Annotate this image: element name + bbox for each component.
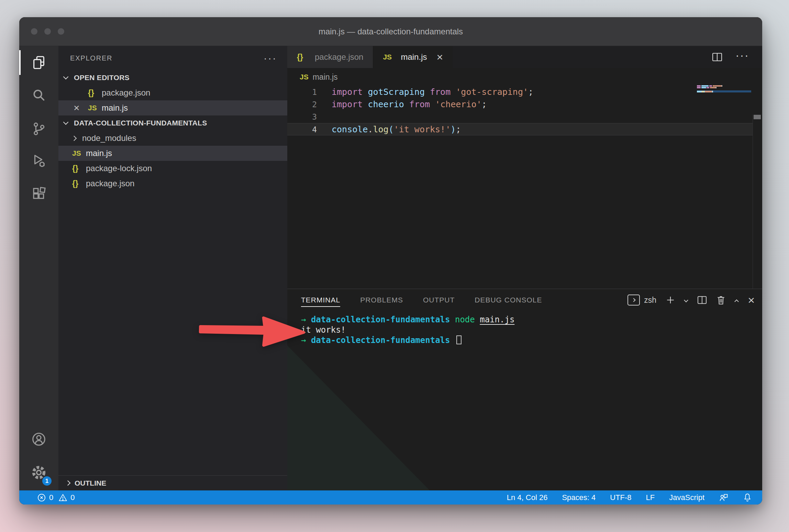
notifications-bell-icon[interactable] bbox=[743, 493, 752, 502]
panel-tab-debug-console[interactable]: DEBUG CONSOLE bbox=[475, 289, 542, 311]
zoom-window-button[interactable] bbox=[58, 28, 64, 35]
close-window-button[interactable] bbox=[31, 28, 37, 35]
problems-status[interactable]: 0 0 bbox=[37, 493, 75, 502]
tree-item-node_modules[interactable]: node_modules bbox=[58, 131, 287, 146]
run-and-debug-icon[interactable] bbox=[19, 148, 58, 173]
file-label: package.json bbox=[86, 179, 134, 188]
desktop-background: main.js — data-collection-fundamentals bbox=[0, 0, 789, 532]
terminal-dropdown-icon[interactable] bbox=[684, 298, 688, 302]
folder-section-header[interactable]: DATA-COLLECTION-FUNDAMENTALS bbox=[58, 115, 287, 131]
feedback-icon[interactable] bbox=[719, 493, 729, 502]
source-control-icon[interactable] bbox=[19, 117, 58, 141]
code-editor[interactable]: 1import gotScraping from 'got-scraping';… bbox=[287, 86, 753, 289]
panel-tab-output[interactable]: OUTPUT bbox=[423, 289, 455, 311]
file-tree: node_modulesJSmain.js{}package-lock.json… bbox=[58, 131, 287, 191]
warnings-icon bbox=[58, 493, 67, 502]
terminal-line: → data-collection-fundamentals bbox=[301, 335, 755, 345]
code-line-3[interactable]: 3 bbox=[287, 111, 753, 123]
split-editor-icon[interactable] bbox=[712, 53, 722, 62]
explorer-sidebar: EXPLORER ··· OPEN EDITORS {}package.json… bbox=[58, 46, 287, 490]
code-text: import cheerio from 'cheerio'; bbox=[317, 98, 487, 111]
traffic-lights bbox=[31, 17, 64, 46]
account-icon[interactable] bbox=[19, 427, 58, 452]
close-icon[interactable]: × bbox=[74, 102, 88, 114]
maximize-panel-icon[interactable] bbox=[734, 299, 739, 304]
json-file-icon: {} bbox=[88, 88, 102, 98]
panel-header: TERMINALPROBLEMSOUTPUTDEBUG CONSOLE zsh bbox=[287, 289, 762, 311]
status-item-spaces-4[interactable]: Spaces: 4 bbox=[562, 493, 596, 502]
workbench: 1 EXPLORER ··· OPEN EDITORS {}package.js… bbox=[19, 46, 762, 490]
minimize-window-button[interactable] bbox=[44, 28, 51, 35]
tree-item-package.json[interactable]: {}package.json bbox=[58, 176, 287, 191]
js-file-icon: JS bbox=[88, 104, 102, 112]
code-line-4[interactable]: 4console.log('it works!'); bbox=[287, 123, 753, 135]
panel-tab-terminal[interactable]: TERMINAL bbox=[301, 289, 340, 311]
sidebar-header: EXPLORER ··· bbox=[58, 46, 287, 70]
activity-bar: 1 bbox=[19, 46, 58, 490]
window-title: main.js — data-collection-fundamentals bbox=[319, 27, 463, 36]
status-item-ln-4-col-26[interactable]: Ln 4, Col 26 bbox=[507, 493, 548, 502]
minimap-border bbox=[753, 115, 753, 289]
file-label: main.js bbox=[86, 148, 112, 158]
status-bar: 0 0 Ln 4, Col 26Spaces: 4UTF-8LFJavaScri… bbox=[19, 490, 762, 505]
status-item-utf-8[interactable]: UTF-8 bbox=[610, 493, 631, 502]
code-text bbox=[317, 111, 332, 123]
tree-item-main.js[interactable]: JSmain.js bbox=[58, 146, 287, 161]
tab-label: main.js bbox=[401, 52, 427, 62]
editor-actions: ··· bbox=[712, 46, 762, 68]
terminal-line: → data-collection-fundamentals node main… bbox=[301, 314, 755, 325]
shell-label: zsh bbox=[644, 296, 656, 305]
breadcrumb[interactable]: JS main.js bbox=[287, 68, 762, 86]
extensions-icon[interactable] bbox=[19, 182, 58, 207]
terminal-toolbar: zsh × bbox=[627, 295, 755, 306]
open-editor-package.json[interactable]: {}package.json bbox=[58, 85, 287, 100]
tab-package.json[interactable]: {}package.json bbox=[287, 46, 373, 68]
outline-section-header[interactable]: OUTLINE bbox=[58, 475, 287, 490]
chevron-right-icon bbox=[65, 480, 71, 486]
terminal-output[interactable]: → data-collection-fundamentals node main… bbox=[301, 311, 755, 490]
terminal-panel: TERMINALPROBLEMSOUTPUTDEBUG CONSOLE zsh bbox=[287, 289, 762, 490]
editor-tab-bar: {}package.jsonJSmain.js× ··· bbox=[287, 46, 762, 68]
code-text: console.log('it works!'); bbox=[317, 123, 461, 135]
breadcrumb-file: main.js bbox=[313, 73, 338, 82]
chevron-right-icon bbox=[71, 135, 77, 141]
explorer-icon[interactable] bbox=[19, 50, 58, 75]
line-number: 1 bbox=[287, 86, 317, 98]
js-file-icon: JS bbox=[72, 149, 86, 157]
panel-tab-problems[interactable]: PROBLEMS bbox=[360, 289, 403, 311]
json-file-icon: {} bbox=[297, 53, 311, 62]
open-editors-section-header[interactable]: OPEN EDITORS bbox=[58, 70, 287, 85]
new-terminal-icon[interactable] bbox=[666, 296, 675, 304]
errors-icon bbox=[37, 493, 46, 502]
terminal-cursor bbox=[456, 335, 462, 344]
warning-count: 0 bbox=[70, 493, 75, 502]
split-terminal-icon[interactable] bbox=[697, 296, 707, 304]
status-item-lf[interactable]: LF bbox=[646, 493, 655, 502]
titlebar: main.js — data-collection-fundamentals bbox=[19, 17, 762, 46]
code-text: import gotScraping from 'got-scraping'; bbox=[317, 86, 533, 98]
open-editor-main.js[interactable]: ×JSmain.js bbox=[58, 100, 287, 115]
tab-main.js[interactable]: JSmain.js× bbox=[373, 46, 453, 68]
line-number: 3 bbox=[287, 111, 317, 123]
code-line-2[interactable]: 2import cheerio from 'cheerio'; bbox=[287, 98, 753, 111]
json-file-icon: {} bbox=[72, 164, 86, 173]
terminal-line: it works! bbox=[301, 325, 755, 335]
sidebar-rows: OPEN EDITORS {}package.json×JSmain.js DA… bbox=[58, 70, 287, 191]
error-count: 0 bbox=[49, 493, 53, 502]
file-label: package-lock.json bbox=[86, 164, 152, 173]
status-item-javascript[interactable]: JavaScript bbox=[669, 493, 704, 502]
status-right: Ln 4, Col 26Spaces: 4UTF-8LFJavaScript bbox=[507, 493, 752, 502]
code-line-1[interactable]: 1import gotScraping from 'got-scraping'; bbox=[287, 86, 753, 98]
scrollbar-thumb[interactable] bbox=[754, 115, 761, 119]
kill-terminal-trash-icon[interactable] bbox=[716, 295, 725, 305]
file-label: node_modules bbox=[82, 133, 136, 143]
tree-item-package-lock.json[interactable]: {}package-lock.json bbox=[58, 161, 287, 176]
tab-label: package.json bbox=[315, 52, 363, 62]
search-icon[interactable] bbox=[19, 83, 58, 108]
terminal-shell-icon bbox=[627, 295, 640, 306]
js-file-icon: JS bbox=[300, 73, 309, 81]
settings-gear-icon[interactable]: 1 bbox=[19, 460, 58, 485]
js-file-icon: JS bbox=[383, 53, 397, 61]
line-number: 2 bbox=[287, 98, 317, 111]
editor-area: {}package.jsonJSmain.js× ··· JS main.js … bbox=[287, 46, 762, 490]
